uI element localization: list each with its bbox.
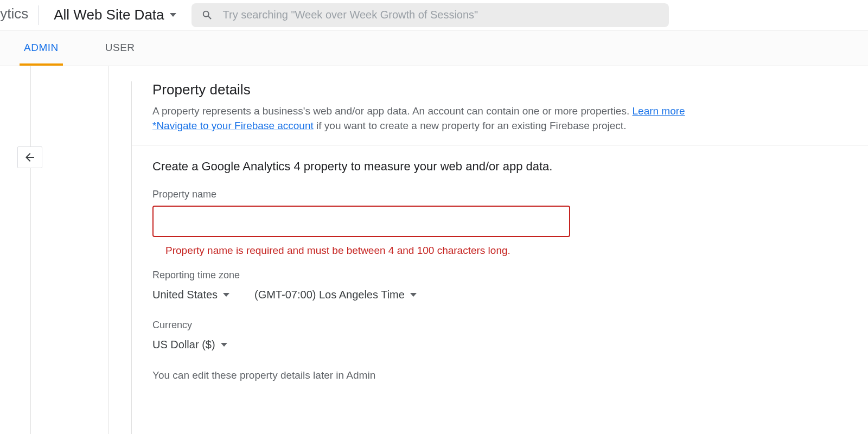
caret-down-icon (223, 293, 229, 297)
search-placeholder: Try searching "Week over Week Growth of … (223, 9, 478, 21)
search-input[interactable]: Try searching "Week over Week Growth of … (192, 3, 669, 27)
view-selector[interactable]: All Web Site Data (39, 7, 191, 23)
timezone-row: United States (GMT-07:00) Los Angeles Ti… (152, 289, 868, 301)
tab-user[interactable]: USER (101, 32, 139, 66)
currency-value: US Dollar ($) (152, 339, 215, 351)
timezone-label: Reporting time zone (152, 270, 868, 281)
currency-dropdown[interactable]: US Dollar ($) (152, 339, 227, 351)
desc-text-2: if you want to create a new property for… (314, 120, 627, 131)
divider (132, 145, 868, 145)
edit-later-hint: You can edit these property details late… (152, 369, 868, 381)
firebase-account-link[interactable]: *Navigate to your Firebase account (152, 120, 314, 131)
property-name-label: Property name (152, 189, 868, 200)
desc-text-1: A property represents a business's web a… (152, 105, 633, 117)
tab-admin[interactable]: ADMIN (20, 32, 63, 66)
timezone-country-value: United States (152, 289, 218, 301)
form-area: Property details A property represents a… (108, 66, 868, 434)
search-icon (201, 9, 213, 21)
product-name-fragment: alytics (0, 5, 39, 25)
tab-bar: ADMIN USER (0, 30, 868, 66)
timezone-country-dropdown[interactable]: United States (152, 289, 229, 301)
left-column (0, 66, 108, 434)
arrow-left-icon (23, 151, 36, 164)
create-property-heading: Create a Google Analytics 4 property to … (152, 159, 868, 174)
timezone-value: (GMT-07:00) Los Angeles Time (254, 289, 405, 301)
section-title: Property details (152, 81, 868, 98)
currency-label: Currency (152, 320, 868, 331)
property-name-input[interactable] (152, 206, 570, 237)
view-selector-label: All Web Site Data (54, 7, 164, 23)
back-button[interactable] (17, 146, 42, 168)
timezone-value-dropdown[interactable]: (GMT-07:00) Los Angeles Time (254, 289, 417, 301)
caret-down-icon (221, 343, 227, 347)
property-name-error: Property name is required and must be be… (165, 245, 868, 257)
learn-more-link[interactable]: Learn more (633, 105, 685, 117)
workspace: Property details A property represents a… (0, 66, 868, 434)
section-description: A property represents a business's web a… (152, 104, 782, 133)
vertical-divider (30, 66, 31, 434)
currency-row: US Dollar ($) (152, 339, 868, 351)
top-bar: alytics All Web Site Data Try searching … (0, 0, 868, 30)
caret-down-icon (410, 293, 417, 297)
caret-down-icon (170, 13, 176, 17)
